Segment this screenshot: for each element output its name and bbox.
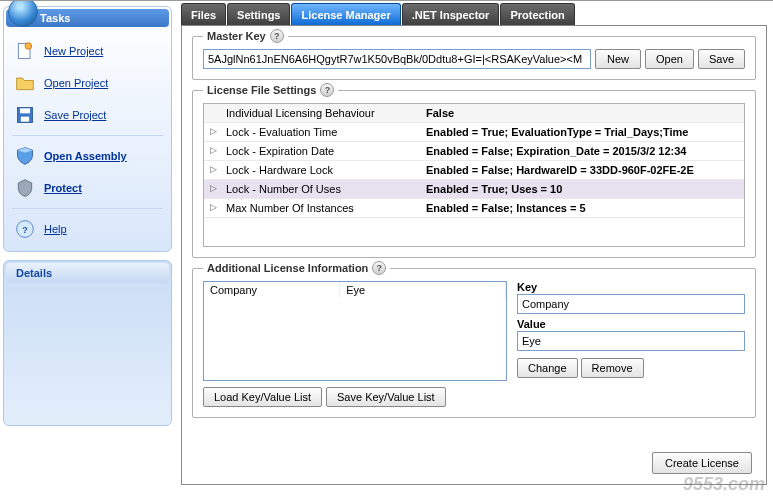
help-icon[interactable]: ? — [320, 83, 334, 97]
task-link[interactable]: Save Project — [44, 109, 106, 121]
sidebar: Tasks New ProjectOpen ProjectSave Projec… — [0, 1, 175, 501]
tab-files[interactable]: Files — [181, 3, 226, 25]
license-settings-group: License File Settings ? Individual Licen… — [192, 90, 756, 258]
keyvalue-list[interactable]: Company Eye — [203, 281, 507, 381]
tabbar: FilesSettingsLicense Manager.NET Inspect… — [181, 3, 773, 25]
tab--net-inspector[interactable]: .NET Inspector — [402, 3, 500, 25]
setting-name: Max Number Of Instances — [222, 199, 422, 217]
save-kv-button[interactable]: Save Key/Value List — [326, 387, 446, 407]
setting-value: Enabled = False; HardwareID = 33DD-960F-… — [422, 161, 744, 179]
setting-name: Lock - Evaluation Time — [222, 123, 422, 141]
save-button[interactable]: Save — [698, 49, 745, 69]
expand-icon[interactable]: ▷ — [204, 180, 222, 198]
setting-name: Individual Licensing Behaviour — [222, 104, 422, 122]
setting-value: Enabled = False; Instances = 5 — [422, 199, 744, 217]
main-content: FilesSettingsLicense Manager.NET Inspect… — [175, 1, 773, 501]
table-row[interactable]: Individual Licensing BehaviourFalse — [204, 104, 744, 123]
new-button[interactable]: New — [595, 49, 641, 69]
settings-grid[interactable]: Individual Licensing BehaviourFalse▷Lock… — [203, 103, 745, 247]
expand-icon[interactable]: ▷ — [204, 142, 222, 160]
svg-point-1 — [25, 43, 32, 50]
license-settings-legend: License File Settings — [207, 84, 316, 96]
master-key-group: Master Key ? New Open Save — [192, 36, 756, 80]
tasks-header: Tasks — [6, 9, 169, 27]
task-link[interactable]: Help — [44, 223, 67, 235]
task-link[interactable]: Open Assembly — [44, 150, 127, 162]
svg-text:?: ? — [22, 225, 28, 235]
table-row[interactable]: ▷Lock - Number Of UsesEnabled = True; Us… — [204, 180, 744, 199]
expand-icon[interactable]: ▷ — [204, 199, 222, 217]
sidebar-item-new-project[interactable]: New Project — [10, 35, 165, 67]
tab-license-manager[interactable]: License Manager — [291, 3, 400, 25]
load-kv-button[interactable]: Load Key/Value List — [203, 387, 322, 407]
task-icon — [14, 40, 36, 62]
create-license-button[interactable]: Create License — [652, 452, 752, 474]
svg-rect-4 — [21, 117, 29, 122]
sidebar-item-save-project[interactable]: Save Project — [10, 99, 165, 131]
task-icon — [14, 145, 36, 167]
task-icon — [14, 177, 36, 199]
table-row[interactable]: ▷Lock - Evaluation TimeEnabled = True; E… — [204, 123, 744, 142]
setting-name: Lock - Hardware Lock — [222, 161, 422, 179]
key-label: Key — [517, 281, 745, 293]
task-icon — [14, 104, 36, 126]
remove-button[interactable]: Remove — [581, 358, 644, 378]
key-input[interactable] — [517, 294, 745, 314]
expand-icon[interactable]: ▷ — [204, 161, 222, 179]
kv-key-cell: Company — [204, 282, 340, 298]
help-icon[interactable]: ? — [372, 261, 386, 275]
task-icon: ? — [14, 218, 36, 240]
task-link[interactable]: Open Project — [44, 77, 108, 89]
tasks-panel: Tasks New ProjectOpen ProjectSave Projec… — [3, 6, 172, 252]
master-key-input[interactable] — [203, 49, 591, 69]
keyvalue-form: Key Value Change Remove — [517, 281, 745, 381]
setting-value: Enabled = False; Expiration_Date = 2015/… — [422, 142, 744, 160]
task-link[interactable]: New Project — [44, 45, 103, 57]
svg-rect-3 — [20, 108, 30, 113]
app-logo-icon — [8, 0, 38, 27]
tab-settings[interactable]: Settings — [227, 3, 290, 25]
task-icon — [14, 72, 36, 94]
sidebar-item-open-assembly[interactable]: Open Assembly — [10, 140, 165, 172]
tasks-title: Tasks — [40, 12, 70, 24]
kv-value-cell: Eye — [340, 282, 506, 298]
sidebar-item-protect[interactable]: Protect — [10, 172, 165, 204]
tab-protection[interactable]: Protection — [500, 3, 574, 25]
help-icon[interactable]: ? — [270, 29, 284, 43]
master-key-legend: Master Key — [207, 30, 266, 42]
tab-content: Master Key ? New Open Save License File … — [181, 25, 767, 485]
sidebar-item-open-project[interactable]: Open Project — [10, 67, 165, 99]
table-row[interactable]: ▷Max Number Of InstancesEnabled = False;… — [204, 199, 744, 218]
value-label: Value — [517, 318, 745, 330]
task-link[interactable]: Protect — [44, 182, 82, 194]
expand-icon[interactable] — [204, 104, 222, 122]
additional-info-group: Additional License Information ? Company… — [192, 268, 756, 418]
setting-name: Lock - Expiration Date — [222, 142, 422, 160]
setting-value: False — [422, 104, 744, 122]
expand-icon[interactable]: ▷ — [204, 123, 222, 141]
list-item: Company Eye — [204, 282, 506, 298]
setting-value: Enabled = True; EvaluationType = Trial_D… — [422, 123, 744, 141]
details-title: Details — [6, 263, 169, 283]
table-row[interactable]: ▷Lock - Hardware LockEnabled = False; Ha… — [204, 161, 744, 180]
table-row[interactable]: ▷Lock - Expiration DateEnabled = False; … — [204, 142, 744, 161]
open-button[interactable]: Open — [645, 49, 694, 69]
sidebar-item-help[interactable]: ?Help — [10, 213, 165, 245]
setting-name: Lock - Number Of Uses — [222, 180, 422, 198]
change-button[interactable]: Change — [517, 358, 578, 378]
setting-value: Enabled = True; Uses = 10 — [422, 180, 744, 198]
additional-info-legend: Additional License Information — [207, 262, 368, 274]
details-panel: Details — [3, 260, 172, 426]
value-input[interactable] — [517, 331, 745, 351]
